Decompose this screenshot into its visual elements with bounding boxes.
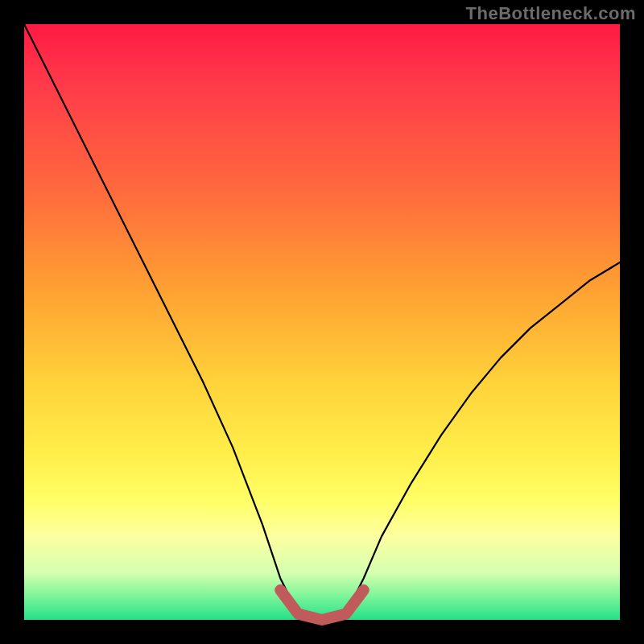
bottleneck-curve	[24, 24, 620, 620]
watermark-text: TheBottleneck.com	[466, 3, 636, 24]
chart-frame: TheBottleneck.com	[0, 0, 644, 644]
sweet-spot-marker	[280, 590, 364, 620]
chart-svg	[24, 24, 620, 620]
chart-plot-area	[24, 24, 620, 620]
